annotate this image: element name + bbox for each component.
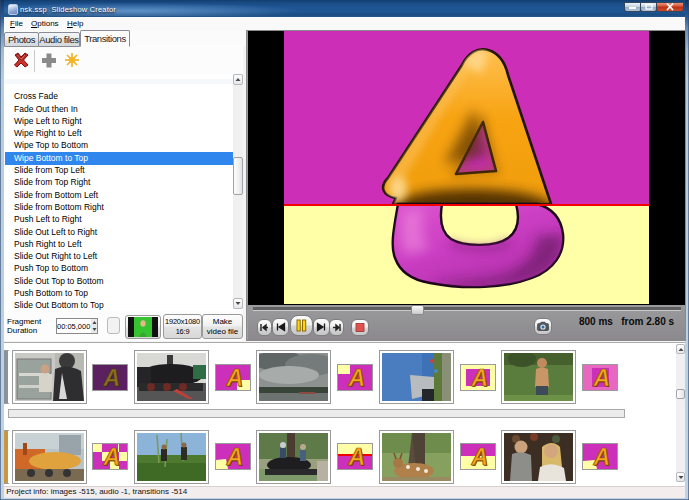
svg-text:A: A bbox=[226, 365, 244, 390]
svg-text:A: A bbox=[226, 444, 244, 469]
svg-text:A: A bbox=[103, 365, 121, 390]
svg-text:A: A bbox=[593, 444, 611, 469]
svg-text:A: A bbox=[471, 444, 489, 469]
svg-text:A: A bbox=[471, 365, 489, 390]
svg-text:A: A bbox=[348, 365, 366, 390]
svg-text:A: A bbox=[593, 365, 611, 390]
svg-text:A: A bbox=[348, 444, 366, 469]
svg-text:A: A bbox=[103, 444, 121, 469]
